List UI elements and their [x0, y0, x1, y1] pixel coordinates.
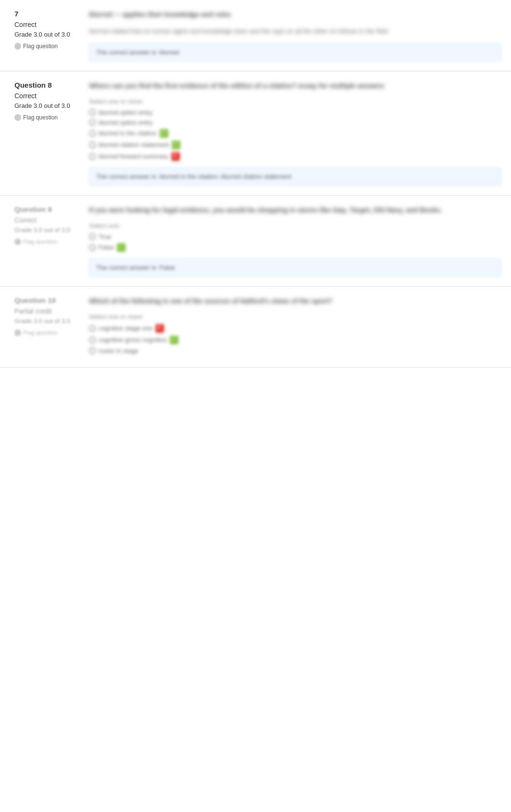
- question-block-7: 7 Correct Grade 3.0 out of 3.0 Flag ques…: [0, 0, 511, 71]
- correct-mark-icon: [170, 336, 179, 344]
- question-7-text: blurred — applies their knowledge and ro…: [89, 10, 501, 20]
- radio-icon: [89, 109, 96, 116]
- question-block-9: Question 9 Correct Grade 3.0 out of 3.0 …: [0, 196, 511, 287]
- radio-icon: [89, 153, 96, 160]
- flag-label: Flag question: [23, 238, 58, 245]
- question-10-text: Which of the following is one of the sou…: [89, 296, 501, 306]
- radio-icon: [89, 244, 96, 251]
- flag-label: Flag question: [23, 43, 58, 50]
- flag-icon: [14, 114, 21, 121]
- question-10-content: Which of the following is one of the sou…: [84, 296, 511, 357]
- option-text: False: [99, 244, 114, 251]
- radio-icon: [89, 119, 96, 126]
- question-8-content: Where can you find the first evidence of…: [84, 81, 511, 185]
- question-7-status: Correct: [14, 21, 75, 28]
- question-8-grade: Grade 3.0 out of 3.0: [14, 102, 75, 110]
- question-8-answer-box: The correct answer is: blurred in the ci…: [89, 168, 501, 185]
- flag-icon: [14, 43, 21, 50]
- correct-mark-icon: [172, 141, 180, 149]
- page: 7 Correct Grade 3.0 out of 3.0 Flag ques…: [0, 0, 511, 812]
- question-7-body: blurred related that no human agent and …: [89, 26, 501, 37]
- correct-mark-icon: [117, 243, 126, 252]
- option-text: True: [99, 233, 111, 240]
- option-text: blurred option entry: [99, 119, 153, 126]
- radio-icon: [89, 130, 96, 137]
- question-8-answer-label: Select one or more:: [89, 98, 501, 105]
- question-7-flag[interactable]: Flag question: [14, 43, 75, 50]
- answer-option-2: blurred option entry: [89, 119, 501, 126]
- answer-option-1: blurred option entry: [89, 109, 501, 116]
- option-text: cognitive stage one: [99, 325, 153, 332]
- question-9-answer-box: The correct answer is: False: [89, 259, 501, 276]
- question-7-sidebar: 7 Correct Grade 3.0 out of 3.0 Flag ques…: [0, 10, 84, 61]
- question-9-answer-label: Select one:: [89, 222, 501, 229]
- question-8-text: Where can you find the first evidence of…: [89, 81, 501, 91]
- question-9-flag[interactable]: Flag question: [14, 238, 75, 245]
- question-9-status: Correct: [14, 216, 75, 224]
- option-text: blurred in the citation: [99, 130, 157, 137]
- question-10-sidebar: Question 10 Partial credit Grade 3.0 out…: [0, 296, 84, 357]
- radio-icon: [89, 325, 96, 332]
- answer-option-cog1: cognitive stage one: [89, 324, 501, 333]
- option-text: motor in stage: [99, 347, 138, 354]
- radio-icon: [89, 337, 96, 343]
- question-9-label: Question 9: [14, 205, 75, 213]
- radio-icon: [89, 347, 96, 354]
- incorrect-mark-icon: [155, 324, 164, 333]
- answer-option-4: blurred citation statement: [89, 141, 501, 149]
- incorrect-mark-icon: [171, 152, 180, 161]
- option-text: cognitive gross cognition: [99, 336, 167, 343]
- option-text: blurred option entry: [99, 109, 153, 116]
- flag-label: Flag question: [23, 114, 58, 121]
- option-text: blurred citation statement: [99, 141, 169, 148]
- question-9-content: If you were looking for legal evidence, …: [84, 205, 511, 276]
- answer-option-false: False: [89, 243, 501, 252]
- answer-option-5: blurred forward summary: [89, 152, 501, 161]
- answer-option-cog2: cognitive gross cognition: [89, 336, 501, 344]
- answer-option-motor: motor in stage: [89, 347, 501, 354]
- question-block-10: Question 10 Partial credit Grade 3.0 out…: [0, 287, 511, 367]
- question-8-status: Correct: [14, 92, 75, 100]
- question-block-8: Question 8 Correct Grade 3.0 out of 3.0 …: [0, 71, 511, 196]
- question-7-grade: Grade 3.0 out of 3.0: [14, 30, 75, 39]
- radio-icon: [89, 142, 96, 148]
- question-10-status: Partial credit: [14, 307, 75, 315]
- question-8-flag[interactable]: Flag question: [14, 114, 75, 121]
- answer-option-true: True: [89, 233, 501, 240]
- question-10-label: Question 10: [14, 296, 75, 304]
- question-9-grade: Grade 3.0 out of 3.0: [14, 226, 75, 235]
- answer-option-3: blurred in the citation: [89, 129, 501, 138]
- question-7-label: 7: [14, 10, 75, 18]
- question-10-grade: Grade 3.0 out of 3.0: [14, 317, 75, 326]
- correct-mark-icon: [160, 129, 168, 138]
- question-10-flag[interactable]: Flag question: [14, 329, 75, 336]
- question-10-answer-label: Select one or more:: [89, 313, 501, 320]
- question-7-content: blurred — applies their knowledge and ro…: [84, 10, 511, 61]
- flag-icon: [14, 238, 21, 245]
- question-8-label: Question 8: [14, 81, 75, 89]
- option-text: blurred forward summary: [99, 153, 168, 160]
- question-9-text: If you were looking for legal evidence, …: [89, 205, 501, 215]
- flag-icon: [14, 329, 21, 336]
- question-8-sidebar: Question 8 Correct Grade 3.0 out of 3.0 …: [0, 81, 84, 185]
- flag-label: Flag question: [23, 329, 58, 336]
- question-9-sidebar: Question 9 Correct Grade 3.0 out of 3.0 …: [0, 205, 84, 276]
- radio-icon: [89, 233, 96, 240]
- question-7-answer-box: The correct answer is: blurred: [89, 43, 501, 61]
